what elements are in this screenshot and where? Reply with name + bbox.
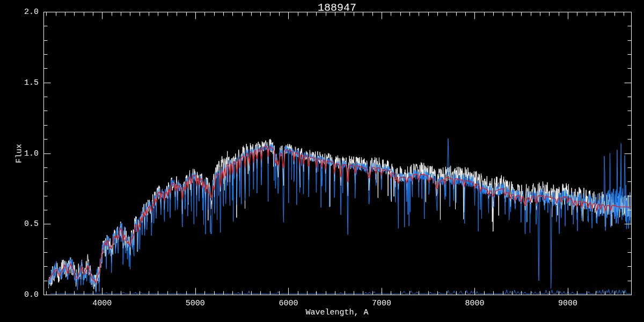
x-tick-label: 8000 <box>465 299 484 308</box>
x-tick-label: 6000 <box>279 299 298 308</box>
y-tick-label: 1.0 <box>0 149 39 158</box>
y-tick-label: 0.0 <box>0 290 39 299</box>
x-axis-label: Wavelength, A <box>305 308 368 317</box>
plot-title: 188947 <box>318 2 356 14</box>
y-tick-label: 1.5 <box>0 78 39 87</box>
x-tick-label: 7000 <box>372 299 391 308</box>
y-tick-label: 0.5 <box>0 219 39 229</box>
spectrum-figure: 188947 Flux Wavelength, A 40005000600070… <box>0 0 644 322</box>
x-tick-label: 5000 <box>186 299 205 308</box>
spectrum-plot-canvas <box>0 0 644 322</box>
y-tick-label: 2.0 <box>0 8 39 17</box>
x-tick-label: 9000 <box>558 299 577 308</box>
x-tick-label: 4000 <box>92 299 112 308</box>
